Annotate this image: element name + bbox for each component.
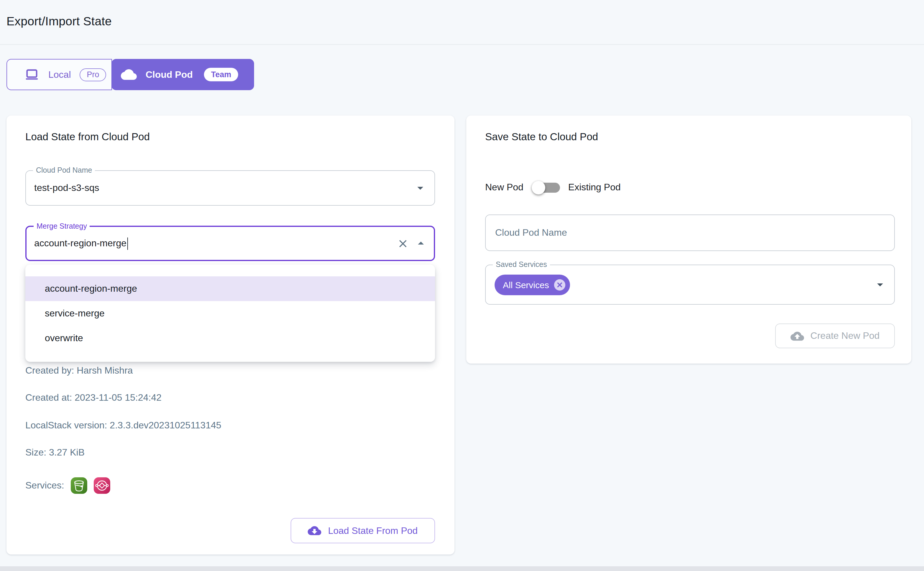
save-card-title: Save State to Cloud Pod	[485, 131, 598, 143]
tab-cloud-pod[interactable]: Cloud Pod Team	[111, 59, 254, 90]
load-state-button[interactable]: Load State From Pod	[290, 518, 435, 543]
cloud-download-icon	[308, 524, 321, 537]
option-overwrite[interactable]: overwrite	[25, 326, 435, 350]
saved-services-label: Saved Services	[493, 261, 550, 269]
create-new-pod-button[interactable]: Create New Pod	[775, 324, 895, 348]
merge-strategy-input[interactable]: Merge Strategy account-region-merge	[25, 226, 435, 261]
load-card-title: Load State from Cloud Pod	[25, 131, 150, 143]
merge-strategy-value: account-region-merge	[34, 238, 127, 248]
chevron-up-icon[interactable]	[414, 236, 428, 250]
team-badge: Team	[204, 68, 238, 81]
clear-icon[interactable]	[397, 237, 409, 250]
page-title: Export/Import State	[6, 14, 112, 28]
meta-created-by: Created by: Harsh Mishra	[25, 365, 133, 376]
all-services-chip-label: All Services	[503, 280, 549, 290]
create-new-pod-button-label: Create New Pod	[811, 330, 880, 341]
tab-local[interactable]: Local Pro	[6, 59, 112, 90]
header-divider	[0, 44, 924, 45]
existing-pod-label: Existing Pod	[568, 182, 621, 193]
chip-delete-icon[interactable]	[553, 278, 567, 292]
saved-services-select[interactable]: Saved Services All Services	[485, 265, 895, 305]
cloud-pod-name-select[interactable]: Cloud Pod Name test-pod-s3-sqs	[25, 170, 435, 206]
state-source-tab-group: Local Pro Cloud Pod Team	[6, 59, 255, 90]
pod-mode-toggle-row: New Pod Existing Pod	[485, 180, 621, 194]
switch-thumb[interactable]	[532, 181, 545, 194]
tab-local-label: Local	[48, 69, 71, 80]
services-row: Services:	[25, 477, 110, 494]
save-state-card: Save State to Cloud Pod New Pod Existing…	[466, 116, 911, 364]
load-state-button-label: Load State From Pod	[328, 525, 418, 536]
horizontal-scrollbar[interactable]	[0, 566, 924, 571]
tab-cloud-pod-label: Cloud Pod	[145, 69, 193, 80]
services-label: Services:	[25, 480, 64, 491]
new-pod-name-input[interactable]	[486, 215, 894, 250]
cloud-pod-name-value: test-pod-s3-sqs	[34, 171, 99, 205]
meta-created-at: Created at: 2023-11-05 15:24:42	[25, 392, 162, 403]
merge-strategy-listbox: account-region-merge service-merge overw…	[25, 265, 435, 362]
new-pod-name-field	[485, 215, 895, 251]
text-cursor	[127, 237, 128, 250]
all-services-chip[interactable]: All Services	[494, 275, 570, 295]
pro-badge: Pro	[80, 68, 107, 81]
chevron-down-icon[interactable]	[873, 278, 887, 292]
load-state-card: Load State from Cloud Pod Cloud Pod Name…	[6, 116, 454, 554]
pod-mode-switch[interactable]	[532, 180, 560, 194]
cloud-upload-icon	[791, 329, 804, 343]
cloud-icon	[121, 66, 137, 82]
chevron-down-icon[interactable]	[413, 181, 427, 195]
new-pod-label: New Pod	[485, 182, 524, 193]
s3-service-icon	[71, 477, 87, 494]
export-import-state-page: Export/Import State Local Pro Cloud Pod …	[0, 0, 924, 571]
option-account-region-merge[interactable]: account-region-merge	[25, 276, 435, 301]
sqs-service-icon	[94, 477, 110, 494]
option-service-merge[interactable]: service-merge	[25, 301, 435, 326]
meta-size: Size: 3.27 KiB	[25, 447, 85, 458]
laptop-icon	[24, 67, 40, 82]
meta-localstack-version: LocalStack version: 2.3.3.dev20231025113…	[25, 420, 221, 431]
